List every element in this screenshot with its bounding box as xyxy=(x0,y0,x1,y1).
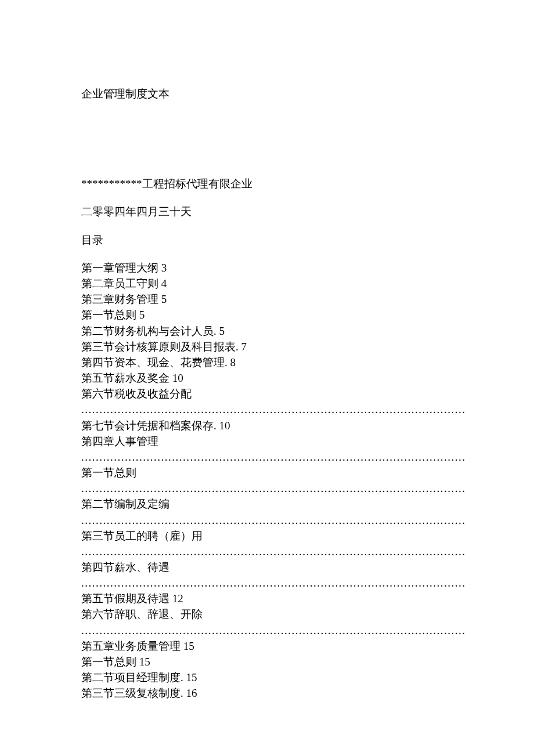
toc-dots: ........................................… xyxy=(81,480,466,496)
toc-dots: ........................................… xyxy=(81,449,466,465)
toc-entry: 第一节总则 xyxy=(81,465,466,480)
toc-entry: 第三节员工的聘（雇）用 xyxy=(81,528,466,544)
toc-dots: ........................................… xyxy=(81,544,466,559)
toc-entry: 第四节资本、现金、花费管理. 8 xyxy=(81,355,466,370)
toc-entry: 第四节薪水、待遇 xyxy=(81,559,466,575)
toc-entry: 第三节三级复核制度. 16 xyxy=(81,685,466,701)
toc-header: 目录 xyxy=(81,232,466,249)
toc-entry: 第一节总则 5 xyxy=(81,307,466,323)
toc-entry: 第六节税收及收益分配 xyxy=(81,386,466,401)
document-date: 二零零四年四月三十天 xyxy=(81,204,466,220)
toc-entry: 第五节薪水及奖金 10 xyxy=(81,370,466,386)
document-page: 企业管理制度文本 ***********工程招标代理有限企业 二零零四年四月三十… xyxy=(0,0,534,756)
toc-entry: 第六节辞职、辞退、开除 xyxy=(81,606,466,622)
toc-entry: 第二节财务机构与会计人员. 5 xyxy=(81,323,466,339)
toc-entry: 第二节项目经理制度. 15 xyxy=(81,670,466,685)
toc-dots: ........................................… xyxy=(81,512,466,528)
company-name: ***********工程招标代理有限企业 xyxy=(81,176,466,193)
toc-entry: 第五章业务质量管理 15 xyxy=(81,638,466,654)
toc-dots: ........................................… xyxy=(81,575,466,591)
toc-entry: 第四章人事管理 xyxy=(81,433,466,449)
toc-dots: ........................................… xyxy=(81,401,466,417)
toc-dots: ........................................… xyxy=(81,623,466,638)
toc-entry: 第二章员工守则 4 xyxy=(81,276,466,291)
toc-entry: 第三章财务管理 5 xyxy=(81,291,466,307)
table-of-contents: 第一章管理大纲 3第二章员工守则 4第三章财务管理 5第一节总则 5第二节财务机… xyxy=(81,260,466,701)
toc-entry: 第一章管理大纲 3 xyxy=(81,260,466,276)
toc-entry: 第七节会计凭据和档案保存. 10 xyxy=(81,418,466,433)
toc-entry: 第一节总则 15 xyxy=(81,654,466,670)
toc-entry: 第三节会计核算原则及科目报表. 7 xyxy=(81,339,466,355)
toc-entry: 第二节编制及定编 xyxy=(81,496,466,512)
document-title: 企业管理制度文本 xyxy=(81,86,466,103)
toc-entry: 第五节假期及待遇 12 xyxy=(81,591,466,606)
